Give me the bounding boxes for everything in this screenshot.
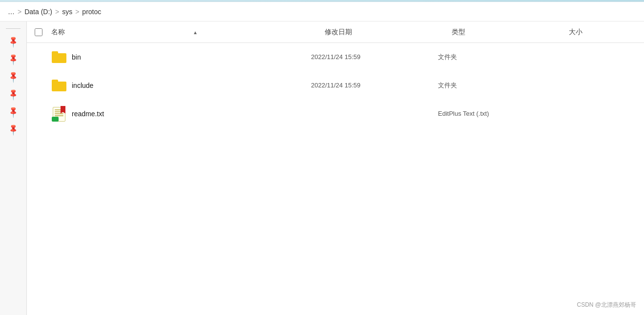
breadcrumb-bar: … > Data (D:) > sys > protoc [0,2,644,21]
file-type-bin: 文件夹 [438,53,555,62]
watermark: CSDN @北漂燕郊杨哥 [577,301,636,309]
select-all-input[interactable] [35,28,42,36]
file-type-readme: EditPlus Text (.txt) [438,110,555,117]
sidebar-pin-6[interactable]: 📌 [3,120,23,139]
col-date-header[interactable]: 修改日期 [325,28,452,37]
breadcrumb-sys: sys [62,8,72,16]
file-date-bin: 2022/11/24 15:59 [311,53,438,61]
sort-arrow-icon: ▲ [193,29,198,35]
file-list-area: 名称 ▲ 修改日期 类型 大小 bin 2022/11/24 15:59 文件夹 [27,21,644,315]
sidebar: 📌 📌 📌 📌 📌 📌 [0,21,27,315]
file-name-include: include [72,82,311,89]
col-name-header[interactable]: 名称 [51,28,325,37]
select-all-checkbox[interactable] [35,28,47,36]
col-type-header[interactable]: 类型 [452,28,569,37]
file-date-include: 2022/11/24 15:59 [311,82,438,89]
sidebar-pin-5[interactable]: 📌 [3,102,23,122]
folder-icon-bin [51,49,67,65]
main-content: 📌 📌 📌 📌 📌 📌 名称 ▲ 修改日期 类型 大小 bin [0,21,644,315]
sidebar-pin-1[interactable]: 📌 [3,32,23,51]
file-rows: bin 2022/11/24 15:59 文件夹 include 2022/11… [27,43,644,315]
breadcrumb: … > Data (D:) > sys > protoc [8,8,101,16]
column-header: 名称 ▲ 修改日期 类型 大小 [27,21,644,43]
breadcrumb-data: Data (D:) [24,8,52,16]
sidebar-pin-4[interactable]: 📌 [3,84,23,104]
table-row[interactable]: bin 2022/11/24 15:59 文件夹 [27,43,644,71]
sidebar-pin-3[interactable]: 📌 [3,67,23,86]
file-type-include: 文件夹 [438,81,555,90]
sidebar-divider [6,28,21,29]
col-size-header[interactable]: 大小 [569,28,636,37]
breadcrumb-ellipsis: … [8,8,15,16]
folder-icon-include [51,78,67,93]
table-row[interactable]: readme.txt EditPlus Text (.txt) [27,100,644,128]
txt-icon-readme [51,106,67,122]
table-row[interactable]: include 2022/11/24 15:59 文件夹 [27,71,644,100]
sidebar-pin-2[interactable]: 📌 [3,49,23,69]
breadcrumb-protoc: protoc [82,8,101,16]
file-name-bin: bin [72,53,311,61]
file-name-readme: readme.txt [72,110,311,118]
